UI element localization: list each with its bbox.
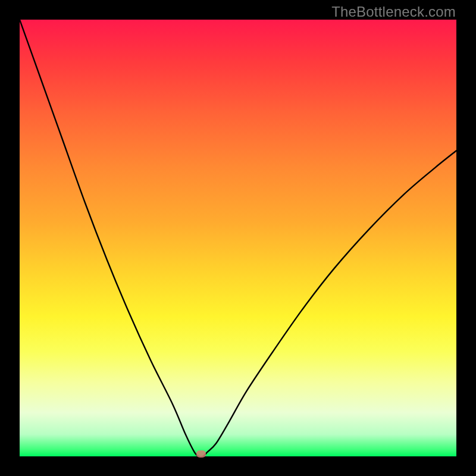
bottleneck-curve	[20, 20, 456, 456]
minimum-marker	[196, 450, 206, 458]
plot-area	[20, 20, 456, 456]
watermark-text: TheBottleneck.com	[331, 4, 456, 20]
chart-frame: TheBottleneck.com	[0, 0, 476, 476]
